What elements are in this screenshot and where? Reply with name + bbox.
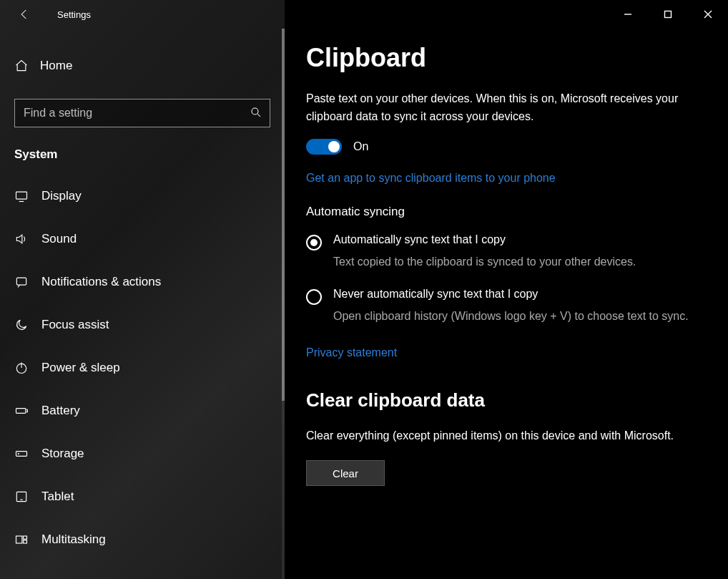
svg-rect-4 [16, 409, 26, 414]
nav-item-multitasking[interactable]: Multitasking [0, 518, 285, 561]
multitasking-icon [14, 532, 29, 547]
nav-item-label: Tablet [41, 490, 74, 504]
radio-auto-sync[interactable]: Automatically sync text that I copy Text… [306, 233, 708, 271]
nav-list: Display Sound Notifications & actions [0, 175, 285, 561]
window-title: Settings [57, 9, 91, 20]
focus-assist-icon [14, 318, 29, 332]
nav-item-label: Power & sleep [41, 361, 120, 375]
search-input[interactable] [24, 107, 250, 120]
sync-toggle-label: On [353, 140, 368, 153]
link-privacy[interactable]: Privacy statement [306, 346, 397, 359]
automatic-syncing-heading: Automatic syncing [306, 205, 708, 219]
sync-description: Paste text on your other devices. When t… [306, 90, 707, 126]
sound-icon [14, 232, 29, 246]
caption-buttons [608, 0, 728, 29]
nav-item-label: Notifications & actions [41, 275, 161, 289]
svg-rect-1 [16, 192, 27, 199]
nav-item-label: Display [41, 189, 82, 203]
toggle-knob [328, 141, 340, 152]
svg-rect-5 [16, 452, 27, 457]
nav-item-storage[interactable]: Storage [0, 432, 285, 475]
sync-toggle[interactable] [306, 139, 342, 155]
svg-point-0 [252, 108, 258, 115]
nav-item-sound[interactable]: Sound [0, 218, 285, 261]
display-icon [14, 189, 29, 203]
sync-toggle-row: On [306, 139, 708, 155]
main-content: Clipboard Paste text on your other devic… [285, 0, 728, 579]
nav-home[interactable]: Home [0, 49, 285, 83]
search-icon [250, 106, 262, 121]
home-icon [14, 59, 29, 73]
sidebar: Settings Home System [0, 0, 285, 579]
clear-button[interactable]: Clear [306, 460, 385, 486]
close-button[interactable] [688, 0, 728, 29]
nav-item-label: Focus assist [41, 318, 109, 332]
svg-rect-10 [24, 540, 27, 543]
svg-point-6 [18, 454, 19, 454]
radio-description: Text copied to the clipboard is synced t… [333, 253, 636, 271]
minimize-button[interactable] [608, 0, 648, 29]
nav-item-power-sleep[interactable]: Power & sleep [0, 346, 285, 389]
nav-item-tablet[interactable]: Tablet [0, 475, 285, 518]
radio-description: Open clipboard history (Windows logo key… [333, 308, 689, 325]
radio-button[interactable] [306, 235, 322, 250]
radio-title: Automatically sync text that I copy [333, 233, 636, 246]
nav-item-label: Battery [41, 404, 80, 418]
clear-button-label: Clear [333, 467, 358, 480]
power-icon [14, 361, 29, 375]
clear-heading: Clear clipboard data [306, 389, 708, 412]
link-get-app[interactable]: Get an app to sync clipboard items to yo… [306, 172, 556, 185]
svg-rect-2 [16, 278, 26, 285]
storage-icon [14, 447, 29, 461]
radio-button[interactable] [306, 289, 322, 305]
svg-rect-9 [24, 536, 27, 539]
titlebar: Settings [0, 0, 285, 29]
radio-never-sync[interactable]: Never automatically sync text that I cop… [306, 288, 708, 325]
search-box[interactable] [14, 99, 270, 127]
nav-item-focus-assist[interactable]: Focus assist [0, 303, 285, 346]
svg-rect-8 [16, 536, 22, 543]
nav-item-notifications[interactable]: Notifications & actions [0, 261, 285, 303]
maximize-button[interactable] [648, 0, 688, 29]
page-title: Clipboard [306, 43, 708, 73]
clear-description: Clear everything (except pinned items) o… [306, 427, 707, 445]
nav-item-label: Multitasking [41, 532, 106, 547]
nav-item-display[interactable]: Display [0, 175, 285, 218]
sidebar-category: System [14, 147, 285, 162]
tablet-icon [14, 490, 29, 504]
nav-item-battery[interactable]: Battery [0, 389, 285, 432]
nav-item-label: Storage [41, 447, 84, 461]
notifications-icon [14, 275, 29, 289]
battery-icon [14, 404, 29, 418]
radio-title: Never automatically sync text that I cop… [333, 288, 689, 301]
back-button[interactable] [10, 0, 39, 29]
nav-item-label: Sound [41, 232, 77, 246]
svg-rect-11 [665, 11, 672, 18]
nav-home-label: Home [40, 59, 72, 73]
